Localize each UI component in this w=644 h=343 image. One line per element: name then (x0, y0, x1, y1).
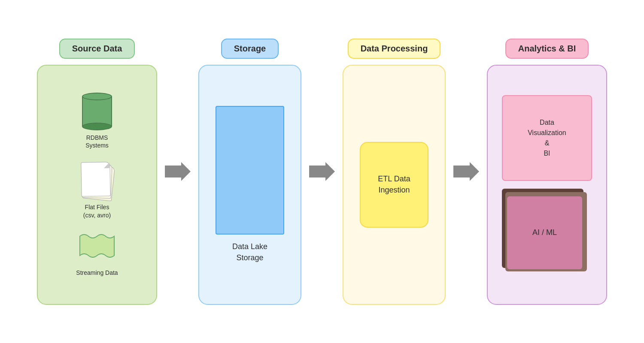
streaming-data-item: Streaming Data (76, 232, 118, 277)
analytics-column: Analytics & BI DataVisualization&BI AI /… (487, 39, 607, 305)
analytics-header: Analytics & BI (505, 39, 589, 59)
etl-box: ETL DataIngestion (360, 142, 428, 228)
processing-panel: ETL DataIngestion (343, 65, 446, 305)
arrow-3-icon (453, 162, 479, 181)
aiml-front-layer: AI / ML (507, 196, 582, 269)
processing-header: Data Processing (348, 39, 441, 59)
arrow-2-icon (309, 162, 335, 181)
streaming-label: Streaming Data (76, 269, 118, 277)
viz-box: DataVisualization&BI (502, 95, 592, 181)
storage-column: Storage Data LakeStorage (198, 39, 301, 305)
paper-front (81, 162, 110, 197)
svg-marker-2 (453, 162, 479, 181)
data-lake-box (216, 106, 284, 235)
aiml-label: AI / ML (532, 228, 557, 237)
paper-stack-icon (80, 162, 114, 201)
processing-column: Data Processing ETL DataIngestion (343, 39, 446, 305)
rdbms-cylinder (82, 93, 112, 130)
analytics-content: DataVisualization&BI AI / ML (502, 95, 592, 274)
rdbms-label: RDBMSSystems (85, 134, 109, 149)
svg-marker-1 (309, 162, 335, 181)
arrow-2 (309, 162, 335, 181)
source-data-column: Source Data RDBMSSystems (37, 39, 157, 305)
streaming-icon (78, 232, 116, 266)
arrow-1 (165, 162, 191, 181)
source-data-title: Source Data (72, 44, 122, 53)
arrow-3 (453, 162, 479, 181)
flat-files-item: Flat Files(csv, avro) (80, 162, 114, 219)
viz-label: DataVisualization&BI (528, 117, 566, 159)
storage-title: Storage (234, 44, 266, 53)
storage-header: Storage (221, 39, 279, 59)
data-lake-label: Data LakeStorage (232, 241, 267, 263)
etl-label: ETL DataIngestion (378, 174, 410, 195)
paper-corner (103, 162, 109, 168)
source-data-panel: RDBMSSystems Flat Files(csv, avro) S (37, 65, 157, 305)
aiml-box: AI / ML (502, 189, 592, 274)
processing-content: ETL DataIngestion (360, 75, 428, 295)
analytics-panel: DataVisualization&BI AI / ML (487, 65, 607, 305)
source-data-header: Source Data (59, 39, 135, 59)
storage-content: Data LakeStorage (216, 75, 284, 295)
storage-panel: Data LakeStorage (198, 65, 301, 305)
processing-title: Data Processing (361, 44, 428, 53)
cylinder-bottom (82, 123, 112, 130)
architecture-diagram: Source Data RDBMSSystems (21, 13, 623, 330)
arrow-1-icon (165, 162, 191, 181)
svg-marker-0 (165, 162, 191, 181)
cylinder-top (82, 93, 112, 100)
analytics-title: Analytics & BI (518, 44, 576, 53)
flat-files-label: Flat Files(csv, avro) (83, 203, 111, 219)
cylinder-body (82, 96, 112, 126)
rdbms-item: RDBMSSystems (82, 93, 112, 149)
